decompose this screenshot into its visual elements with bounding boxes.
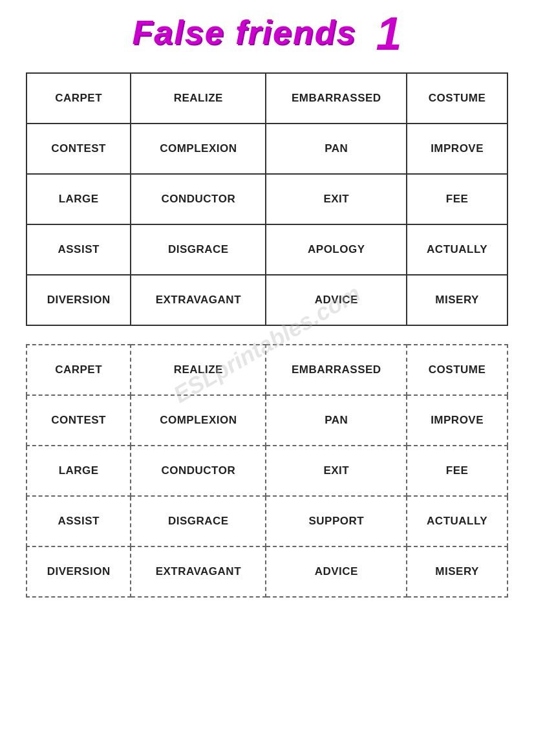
table-cell: REALIZE (131, 73, 266, 124)
table-cell: ADVICE (266, 275, 407, 325)
table-cell: CONDUCTOR (131, 174, 266, 224)
table-cell: EMBARRASSED (266, 345, 407, 395)
table-cell: ADVICE (266, 546, 407, 597)
table-cell: LARGE (27, 446, 131, 496)
table-row: LARGECONDUCTOREXITFEE (27, 174, 507, 224)
solid-table: CARPETREALIZEEMBARRASSEDCOSTUMECONTESTCO… (26, 72, 508, 326)
table-row: CARPETREALIZEEMBARRASSEDCOSTUME (27, 345, 507, 395)
table-cell: DISGRACE (131, 224, 266, 275)
table-cell: CONTEST (27, 395, 131, 446)
table-cell: EXIT (266, 174, 407, 224)
table-row: DIVERSIONEXTRAVAGANTADVICEMISERY (27, 546, 507, 597)
table-cell: MISERY (407, 546, 507, 597)
table-row: ASSISTDISGRACEAPOLOGYACTUALLY (27, 224, 507, 275)
table-cell: CONTEST (27, 124, 131, 174)
table-cell: EMBARRASSED (266, 73, 407, 124)
table-row: ASSISTDISGRACESUPPORTACTUALLY (27, 496, 507, 546)
dashed-table: CARPETREALIZEEMBARRASSEDCOSTUMECONTESTCO… (26, 344, 508, 598)
table-cell: CONDUCTOR (131, 446, 266, 496)
table-cell: CARPET (27, 73, 131, 124)
page-number: 1 (376, 10, 401, 57)
table-cell: ASSIST (27, 224, 131, 275)
table-cell: APOLOGY (266, 224, 407, 275)
table-cell: PAN (266, 395, 407, 446)
table-cell: FEE (407, 174, 507, 224)
table-cell: LARGE (27, 174, 131, 224)
table-row: CONTESTCOMPLEXIONPANIMPROVE (27, 395, 507, 446)
table-row: CARPETREALIZEEMBARRASSEDCOSTUME (27, 73, 507, 124)
tables-container: ESLprintables.com CARPETREALIZEEMBARRASS… (26, 72, 508, 616)
table-cell: DIVERSION (27, 546, 131, 597)
table-cell: PAN (266, 124, 407, 174)
table-cell: DISGRACE (131, 496, 266, 546)
table-cell: COMPLEXION (131, 395, 266, 446)
table-cell: FEE (407, 446, 507, 496)
table-cell: ACTUALLY (407, 496, 507, 546)
table-cell: COSTUME (407, 73, 507, 124)
table-cell: IMPROVE (407, 124, 507, 174)
table-cell: REALIZE (131, 345, 266, 395)
table-cell: SUPPORT (266, 496, 407, 546)
table-cell: EXTRAVAGANT (131, 275, 266, 325)
page-title: False friends (133, 13, 357, 52)
table-row: CONTESTCOMPLEXIONPANIMPROVE (27, 124, 507, 174)
page-header: False friends 1 (26, 13, 508, 57)
table-cell: ASSIST (27, 496, 131, 546)
table-cell: IMPROVE (407, 395, 507, 446)
table-cell: EXIT (266, 446, 407, 496)
table-cell: ACTUALLY (407, 224, 507, 275)
table-cell: DIVERSION (27, 275, 131, 325)
solid-table-section: CARPETREALIZEEMBARRASSEDCOSTUMECONTESTCO… (26, 72, 508, 326)
table-cell: CARPET (27, 345, 131, 395)
dashed-table-section: CARPETREALIZEEMBARRASSEDCOSTUMECONTESTCO… (26, 344, 508, 598)
table-cell: COSTUME (407, 345, 507, 395)
table-cell: EXTRAVAGANT (131, 546, 266, 597)
table-row: DIVERSIONEXTRAVAGANTADVICEMISERY (27, 275, 507, 325)
table-row: LARGECONDUCTOREXITFEE (27, 446, 507, 496)
table-cell: COMPLEXION (131, 124, 266, 174)
table-cell: MISERY (407, 275, 507, 325)
